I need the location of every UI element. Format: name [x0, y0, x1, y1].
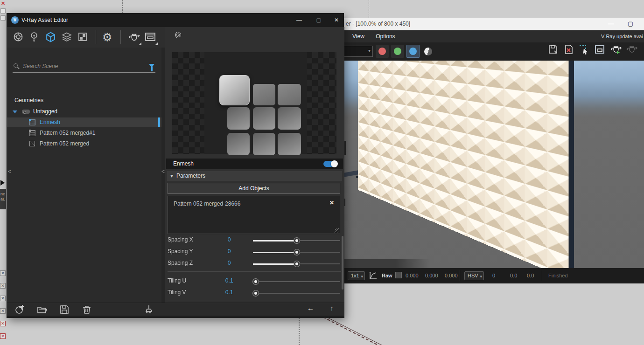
slider-value[interactable]: 0: [220, 236, 238, 243]
add-asset-icon[interactable]: [14, 304, 25, 315]
render-last-button[interactable]: [609, 42, 623, 56]
clear-image-button[interactable]: [562, 42, 576, 56]
enmesh-section-header[interactable]: Enmesh: [166, 159, 343, 169]
slider-track[interactable]: [253, 281, 340, 282]
slider-thumb[interactable]: [294, 238, 300, 243]
menu-options[interactable]: Options: [371, 30, 399, 42]
maximize-button[interactable]: ▢: [313, 16, 325, 25]
enmesh-grid-icon: [29, 119, 35, 125]
enmesh-preview[interactable]: [172, 52, 336, 154]
show-frame-button[interactable]: [593, 42, 607, 56]
geometry-icon[interactable]: [45, 31, 57, 43]
close-button[interactable]: ✕: [330, 16, 343, 25]
maximize-button[interactable]: ▢: [623, 18, 637, 30]
delete-icon[interactable]: [82, 304, 92, 315]
objects-list[interactable]: Pattern 052 merged-28666 ✕: [168, 196, 340, 234]
slider-label: Tiling V: [168, 289, 186, 296]
back-arrow-button[interactable]: ←: [307, 304, 314, 312]
green-channel-button[interactable]: [391, 45, 404, 58]
scrollbar[interactable]: [342, 236, 343, 290]
parameters-section[interactable]: Parameters: [167, 171, 342, 181]
minimize-button[interactable]: —: [604, 18, 618, 30]
preview-orbit-icon[interactable]: (◎: [175, 31, 181, 38]
filter-icon[interactable]: [149, 64, 154, 68]
slider-value[interactable]: 0.1: [220, 289, 238, 296]
render-teapot-icon[interactable]: [128, 31, 140, 43]
pixel-zoom-dropdown[interactable]: 1x1: [348, 271, 365, 280]
settings-icon[interactable]: ⚙: [102, 31, 114, 43]
slider-track[interactable]: [253, 240, 340, 241]
save-icon[interactable]: [59, 304, 70, 315]
curve-axis-icon[interactable]: [368, 270, 378, 282]
menu-view[interactable]: View: [348, 30, 369, 42]
search-input[interactable]: Search Scene: [23, 63, 58, 69]
vfb-toolbar: [344, 42, 644, 61]
frame-buffer-window-icon[interactable]: [144, 31, 156, 43]
slider-thumb[interactable]: [294, 249, 300, 255]
tree-item-pattern-merged[interactable]: Pattern 052 merged: [7, 139, 161, 149]
render-disabled-button[interactable]: [624, 42, 638, 56]
slider-row-spacing-y: Spacing Y 0: [168, 247, 341, 256]
tree-group-untagged[interactable]: Untagged: [7, 107, 161, 117]
vfb-title-text: er - [100.0% of 800 x 450]: [346, 21, 410, 27]
slider-track[interactable]: [253, 252, 340, 253]
add-objects-button[interactable]: Add Objects: [168, 183, 340, 194]
vray-update-notice[interactable]: V-Ray update avai: [601, 30, 644, 42]
preview-tile: [278, 133, 301, 155]
minimize-button[interactable]: —: [293, 16, 305, 25]
slider-label: Spacing Y: [168, 248, 193, 255]
close-icon[interactable]: ✕: [1, 0, 5, 7]
chevron-down-icon[interactable]: [13, 110, 17, 113]
resize-grip-icon[interactable]: [335, 228, 339, 233]
close-icon: ✕: [0, 308, 6, 314]
tree-item-pattern-merged-1[interactable]: Pattern 052 merged#1: [7, 128, 161, 138]
red-channel-button[interactable]: [376, 45, 389, 58]
alpha-channel-button[interactable]: [424, 48, 432, 55]
vfb-titlebar[interactable]: er - [100.0% of 800 x 450] — ▢: [344, 18, 644, 30]
slider-row-tiling-u: Tiling U 0.1: [168, 276, 341, 285]
collapse-left-arrow[interactable]: <: [8, 168, 11, 175]
layers-icon[interactable]: [61, 31, 73, 43]
object-list-item[interactable]: Pattern 052 merged-28666: [174, 200, 240, 207]
lights-icon[interactable]: [28, 31, 41, 43]
slider-value[interactable]: 0: [220, 248, 238, 255]
tree-group-label: Untagged: [33, 107, 57, 117]
rgb-value-g: 0.000: [425, 273, 438, 278]
slider-track[interactable]: [253, 293, 340, 294]
slider-thumb[interactable]: [294, 261, 300, 267]
tree-item-enmesh[interactable]: Enmesh: [7, 117, 161, 127]
slider-value[interactable]: 0.1: [220, 277, 238, 284]
slider-row-spacing-x: Spacing X 0: [168, 235, 341, 244]
preview-tile: [278, 107, 301, 130]
slider-value[interactable]: 0: [220, 260, 238, 266]
slider-thumb[interactable]: [253, 279, 259, 284]
render-elements-icon[interactable]: [77, 31, 89, 43]
rgb-value-b: 0.000: [445, 273, 458, 278]
toolbar-button[interactable]: [0, 8, 6, 14]
blue-channel-button[interactable]: [406, 45, 420, 58]
up-arrow-button[interactable]: ↑: [330, 304, 334, 312]
search-row[interactable]: Search Scene: [13, 62, 155, 73]
editor-titlebar[interactable]: V V-Ray Asset Editor — ▢ ✕: [7, 14, 343, 27]
preview-tile-active: [219, 75, 250, 105]
region-render-button[interactable]: [577, 42, 591, 56]
panel-divider[interactable]: [161, 48, 165, 303]
raw-checkbox[interactable]: [395, 272, 402, 278]
purge-broom-icon[interactable]: [144, 304, 154, 315]
remove-object-icon[interactable]: ✕: [329, 200, 334, 206]
color-mode-dropdown[interactable]: HSV: [464, 271, 484, 280]
close-icon: ✕: [0, 270, 6, 276]
collapse-panel-arrow[interactable]: <: [161, 168, 165, 175]
channel-select-dropdown[interactable]: [344, 46, 373, 57]
slider-track[interactable]: [253, 263, 340, 264]
green-channel-icon: [394, 48, 401, 55]
open-folder-icon[interactable]: [37, 304, 47, 315]
render-image[interactable]: [344, 61, 644, 268]
preview-tile: [253, 133, 275, 155]
save-image-button[interactable]: [546, 42, 560, 56]
toolbar-button[interactable]: [0, 15, 6, 21]
materials-icon[interactable]: [13, 31, 25, 43]
enmesh-toggle[interactable]: [323, 161, 337, 167]
editor-title-text: V-Ray Asset Editor: [21, 17, 68, 23]
slider-thumb[interactable]: [253, 290, 259, 296]
